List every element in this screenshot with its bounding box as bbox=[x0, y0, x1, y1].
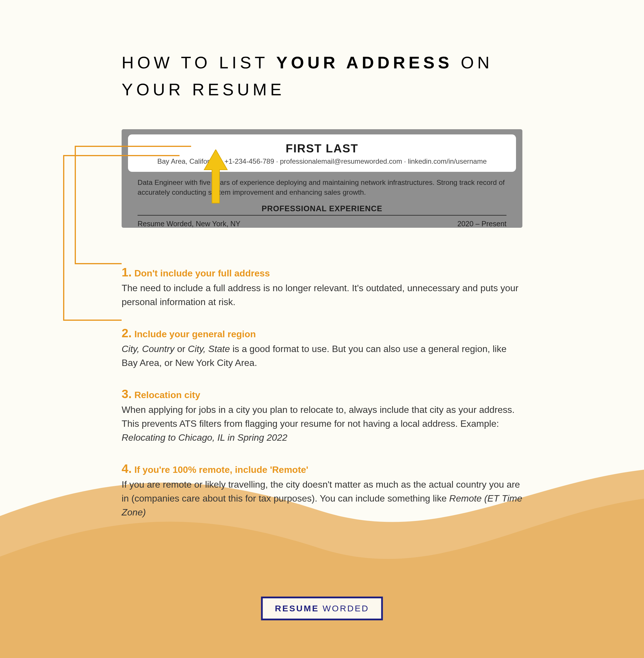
arrow-icon bbox=[203, 150, 229, 204]
resume-contact-line: Bay Area, California · +1-234-456-789 · … bbox=[140, 157, 504, 166]
resume-worded-logo: RESUME WORDED bbox=[261, 597, 383, 620]
tip-3-body: When applying for jobs in a city you pla… bbox=[122, 403, 522, 444]
resume-job-dates: 2020 – Present bbox=[457, 220, 506, 227]
page-title: HOW TO LIST YOUR ADDRESS ON YOUR RESUME bbox=[122, 49, 522, 103]
tip-4: 4. If you're 100% remote, include 'Remot… bbox=[122, 462, 522, 519]
tip-2-body: City, Country or City, State is a good f… bbox=[122, 342, 522, 370]
connector-lines bbox=[55, 144, 194, 323]
tip-3: 3. Relocation city When applying for job… bbox=[122, 387, 522, 444]
tip-4-body: If you are remote or likely travelling, … bbox=[122, 478, 522, 519]
svg-marker-0 bbox=[204, 150, 227, 203]
resume-name: FIRST LAST bbox=[140, 142, 504, 155]
tip-2: 2. Include your general region City, Cou… bbox=[122, 326, 522, 370]
